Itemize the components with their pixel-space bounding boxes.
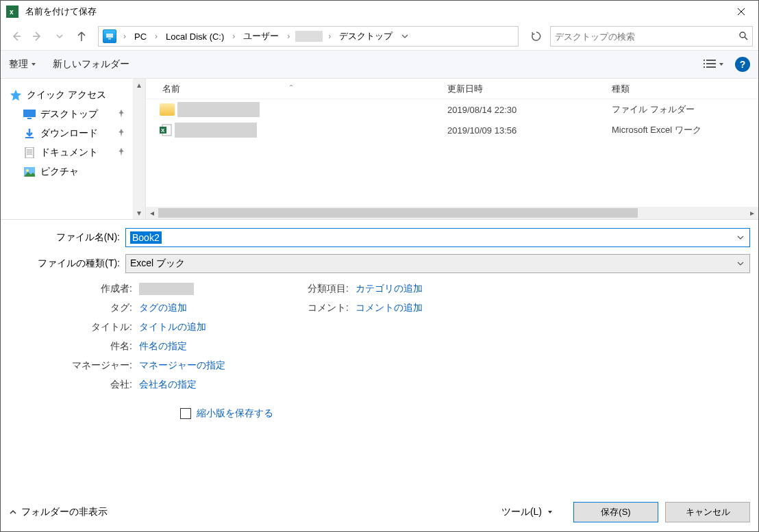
new-folder-button[interactable]: 新しいフォルダー: [53, 58, 129, 71]
svg-rect-13: [25, 147, 34, 158]
chevron-right-icon[interactable]: ›: [324, 31, 335, 41]
column-type[interactable]: 種類: [612, 83, 758, 95]
breadcrumb-pc[interactable]: PC: [130, 27, 151, 46]
comment-input[interactable]: コメントの追加: [356, 302, 423, 314]
file-type: Microsoft Excel ワーク: [612, 124, 758, 136]
monitor-icon: [103, 29, 116, 43]
file-list: 名前 ˆ 更新日時 種類 2019/08/14 22:30 ファイル フォルダー…: [146, 79, 758, 219]
hide-folders-label: フォルダーの非表示: [21, 506, 108, 518]
breadcrumb-desktop[interactable]: デスクトップ: [335, 27, 397, 46]
star-icon: [9, 88, 23, 102]
refresh-button[interactable]: [525, 26, 547, 47]
chevron-right-icon[interactable]: ›: [283, 31, 294, 41]
chevron-down-icon: [547, 509, 553, 515]
author-label: 作成者:: [9, 283, 139, 295]
save-thumbnail-checkbox[interactable]: 縮小版を保存する: [180, 407, 750, 420]
chevron-right-icon[interactable]: ›: [151, 31, 162, 41]
chevron-down-icon[interactable]: [733, 232, 748, 243]
chevron-right-icon[interactable]: ›: [119, 31, 130, 41]
file-list-header[interactable]: 名前 ˆ 更新日時 種類: [146, 79, 758, 99]
save-thumbnail-label: 縮小版を保存する: [197, 407, 273, 420]
tag-input[interactable]: タグの追加: [139, 302, 187, 314]
category-input[interactable]: カテゴリの追加: [356, 283, 423, 295]
organize-menu[interactable]: 整理: [9, 58, 36, 71]
excel-file-icon: X: [160, 124, 172, 136]
breadcrumb-bar[interactable]: › PC › Local Disk (C:) › ユーザー › › デスクトップ: [98, 26, 519, 47]
filetype-select[interactable]: Excel ブック: [125, 254, 750, 273]
title-input[interactable]: タイトルの追加: [139, 321, 206, 333]
breadcrumb-users[interactable]: ユーザー: [239, 27, 283, 46]
save-form: ファイル名(N): Book2 ファイルの種類(T): Excel ブック 作成…: [1, 220, 758, 422]
sidebar-item-label: デスクトップ: [40, 108, 98, 121]
svg-rect-6: [704, 63, 705, 64]
svg-point-18: [26, 169, 29, 172]
column-date[interactable]: 更新日時: [447, 83, 612, 95]
view-options-button[interactable]: [704, 60, 724, 69]
recent-location-dropdown[interactable]: [50, 27, 69, 46]
explorer-area: クイック アクセス デスクトップ ダウンロード ドキュメント: [1, 79, 758, 220]
sidebar-item-pictures[interactable]: ピクチャ: [1, 162, 145, 181]
pin-icon: [118, 148, 125, 157]
document-icon: [23, 146, 36, 160]
author-value[interactable]: [139, 283, 194, 295]
svg-rect-5: [706, 60, 716, 61]
chevron-up-icon: [9, 508, 17, 516]
dialog-footer: フォルダーの非表示 ツール(L) 保存(S) キャンセル: [1, 493, 758, 531]
breadcrumb-dropdown[interactable]: [397, 33, 413, 40]
download-icon: [23, 127, 36, 140]
sidebar-item-documents[interactable]: ドキュメント: [1, 143, 145, 162]
help-button[interactable]: ?: [735, 57, 750, 72]
svg-rect-2: [108, 38, 111, 40]
sidebar-item-label: クイック アクセス: [27, 89, 106, 101]
sidebar-item-label: ピクチャ: [40, 166, 79, 178]
filename-label: ファイル名(N):: [9, 231, 125, 244]
chevron-down-icon[interactable]: [733, 258, 748, 269]
sidebar-item-desktop[interactable]: デスクトップ: [1, 105, 145, 124]
search-icon[interactable]: [738, 31, 748, 42]
subject-input[interactable]: 件名の指定: [139, 340, 187, 353]
svg-text:x: x: [10, 8, 14, 16]
column-name[interactable]: 名前: [162, 83, 180, 95]
filename-value: Book2: [130, 231, 162, 244]
file-row-folder[interactable]: 2019/08/14 22:30 ファイル フォルダー: [146, 99, 758, 120]
breadcrumb-drive[interactable]: Local Disk (C:): [162, 27, 228, 46]
sidebar-scrollbar[interactable]: ▴ ▾: [133, 79, 145, 219]
file-date: 2019/08/14 22:30: [447, 105, 612, 115]
svg-point-3: [740, 32, 745, 38]
pin-icon: [118, 110, 125, 119]
category-label: 分類項目:: [273, 283, 356, 295]
file-date: 2019/10/09 13:56: [447, 125, 612, 136]
forward-button[interactable]: [28, 27, 47, 46]
svg-rect-1: [106, 34, 113, 38]
breadcrumb-username[interactable]: [295, 31, 323, 42]
filename-input[interactable]: Book2: [125, 228, 750, 247]
title-bar: x 名前を付けて保存: [1, 1, 758, 23]
sidebar-quick-access[interactable]: クイック アクセス: [1, 86, 145, 105]
manager-input[interactable]: マネージャーの指定: [139, 359, 225, 372]
filetype-label: ファイルの種類(T):: [9, 257, 125, 270]
save-button[interactable]: 保存(S): [573, 502, 658, 522]
close-button[interactable]: [725, 1, 757, 22]
up-button[interactable]: [72, 27, 91, 46]
svg-rect-10: [23, 110, 36, 117]
cancel-button[interactable]: キャンセル: [665, 502, 750, 522]
title-label: タイトル:: [9, 321, 139, 333]
tools-menu[interactable]: ツール(L): [501, 506, 553, 518]
chevron-right-icon[interactable]: ›: [228, 31, 239, 41]
company-input[interactable]: 会社名の指定: [139, 379, 197, 391]
folder-icon: [160, 103, 175, 116]
hide-folders-toggle[interactable]: フォルダーの非表示: [9, 506, 108, 518]
sidebar-item-downloads[interactable]: ダウンロード: [1, 124, 145, 143]
horizontal-scrollbar[interactable]: ◂ ▸: [146, 207, 758, 219]
checkbox-icon[interactable]: [180, 408, 191, 419]
search-input[interactable]: [555, 31, 738, 42]
subject-label: 件名:: [9, 340, 139, 353]
search-box[interactable]: [550, 26, 753, 47]
metadata-grid: 作成者: タグ: タグの追加 タイトル: タイトルの追加 件名: 件名の指定 マ…: [9, 280, 750, 391]
window-title: 名前を付けて保存: [25, 5, 97, 18]
back-button[interactable]: [6, 27, 25, 46]
file-row-excel[interactable]: X 2019/10/09 13:56 Microsoft Excel ワーク: [146, 120, 758, 140]
comment-label: コメント:: [273, 302, 356, 314]
svg-rect-7: [706, 63, 716, 64]
svg-rect-8: [704, 66, 705, 68]
